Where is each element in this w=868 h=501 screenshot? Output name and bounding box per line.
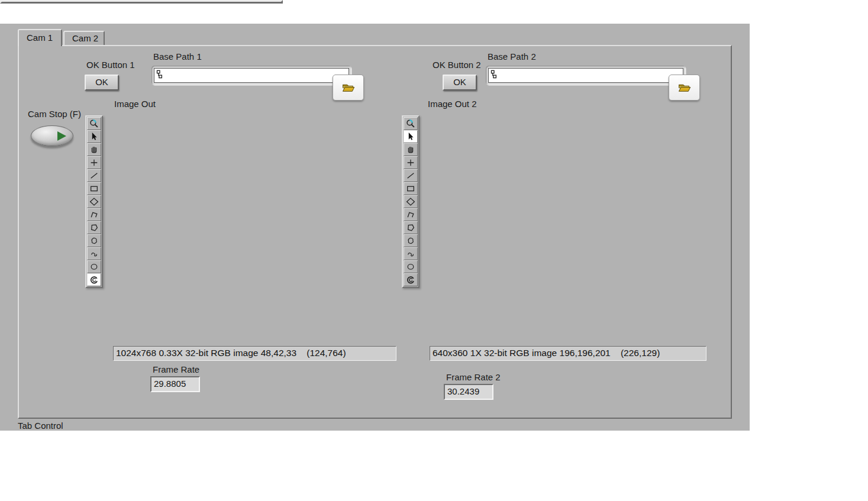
ok-button-2-text: OK bbox=[453, 77, 466, 87]
cam-stop-button[interactable] bbox=[31, 125, 73, 146]
rotated-rectangle-tool-icon bbox=[405, 197, 416, 206]
image-out-1-label: Image Out bbox=[114, 99, 156, 109]
palette1-annulus-tool[interactable] bbox=[87, 273, 101, 286]
palette1-freehand-region-tool[interactable] bbox=[87, 234, 101, 247]
path-type-icon bbox=[156, 69, 164, 83]
base-path-1-label: Base Path 1 bbox=[153, 51, 202, 62]
point-tool-icon bbox=[405, 158, 416, 167]
palette2-point-tool[interactable] bbox=[404, 156, 418, 169]
freehand-region-tool-icon bbox=[89, 236, 99, 245]
freehand-region-tool-icon bbox=[405, 236, 416, 245]
palette1-rotated-rectangle-tool[interactable] bbox=[87, 195, 101, 208]
palette2-line-tool[interactable] bbox=[404, 169, 418, 182]
tab-cam2[interactable]: Cam 2 bbox=[63, 31, 105, 46]
palette2-rectangle-tool[interactable] bbox=[404, 182, 418, 195]
ok-button-1-text: OK bbox=[95, 77, 108, 87]
tab-control-label: Tab Control bbox=[18, 421, 63, 431]
folder-icon bbox=[677, 82, 692, 93]
palette1-oval-tool[interactable] bbox=[87, 260, 101, 273]
annulus-tool-icon bbox=[405, 275, 416, 285]
palette2-cursor-tool[interactable] bbox=[404, 130, 418, 143]
frame-rate-1-label: Frame Rate bbox=[153, 364, 199, 374]
rectangle-tool-icon bbox=[89, 184, 99, 193]
freehand-line-tool-icon bbox=[405, 249, 416, 258]
path-type-icon bbox=[490, 69, 498, 83]
display1-status-bar: 1024x768 0.33X 32-bit RGB image 48,42,33… bbox=[113, 346, 396, 361]
tool-palette-2 bbox=[402, 115, 420, 288]
frame-rate-2-value: 30.2439 bbox=[444, 384, 493, 400]
tab-cam1[interactable]: Cam 1 bbox=[18, 29, 62, 46]
pan-tool-icon bbox=[405, 145, 416, 154]
palette1-point-tool[interactable] bbox=[87, 156, 101, 169]
ok-button-1-label: OK Button 1 bbox=[86, 60, 135, 70]
display2-status-bar: 640x360 1X 32-bit RGB image 196,196,201 … bbox=[430, 346, 706, 361]
palette1-polygon-tool[interactable] bbox=[87, 221, 101, 234]
tab-cam1-label: Cam 1 bbox=[27, 33, 53, 43]
palette1-cursor-tool[interactable] bbox=[87, 130, 101, 143]
cam-stop-label: Cam Stop (F) bbox=[28, 109, 81, 119]
pan-tool-icon bbox=[89, 145, 99, 154]
frame-rate-2-label: Frame Rate 2 bbox=[446, 372, 501, 382]
base-path-1-control bbox=[151, 66, 351, 85]
rectangle-tool-icon bbox=[405, 184, 416, 193]
browse-folder-button-1[interactable] bbox=[333, 75, 364, 101]
polyline-tool-icon bbox=[405, 210, 416, 219]
palette2-freehand-line-tool[interactable] bbox=[404, 247, 418, 260]
palette2-zoom-tool[interactable] bbox=[404, 117, 418, 130]
zoom-tool-icon bbox=[405, 119, 416, 128]
base-path-2-input[interactable] bbox=[488, 68, 683, 83]
labview-front-panel: Cam 1 Cam 2 OK Button 1 OK Base Path 1 C… bbox=[0, 0, 868, 501]
palette2-polyline-tool[interactable] bbox=[404, 208, 418, 221]
base-path-2-label: Base Path 2 bbox=[488, 51, 536, 62]
browse-folder-button-2[interactable] bbox=[669, 75, 700, 101]
palette2-freehand-region-tool[interactable] bbox=[404, 234, 418, 247]
cursor-tool-icon bbox=[89, 132, 99, 141]
base-path-1-input[interactable] bbox=[154, 68, 349, 83]
palette1-freehand-line-tool[interactable] bbox=[87, 247, 101, 260]
polyline-tool-icon bbox=[89, 210, 99, 219]
palette2-pan-tool[interactable] bbox=[404, 143, 418, 156]
image-out-2-label: Image Out 2 bbox=[428, 99, 477, 109]
polygon-tool-icon bbox=[405, 223, 416, 232]
freehand-line-tool-icon bbox=[89, 249, 99, 258]
tab-cam2-label: Cam 2 bbox=[72, 33, 98, 43]
line-tool-icon bbox=[89, 171, 99, 180]
palette1-rectangle-tool[interactable] bbox=[87, 182, 101, 195]
palette1-polyline-tool[interactable] bbox=[87, 208, 101, 221]
rotated-rectangle-tool-icon bbox=[89, 197, 99, 206]
ok-button-2[interactable]: OK bbox=[443, 75, 477, 90]
oval-tool-icon bbox=[405, 262, 416, 271]
ok-button-2-label: OK Button 2 bbox=[433, 60, 481, 70]
ok-button-1[interactable]: OK bbox=[85, 75, 119, 90]
annulus-tool-icon bbox=[89, 275, 99, 285]
tool-palette-1 bbox=[85, 115, 103, 288]
zoom-tool-icon bbox=[89, 119, 99, 128]
palette1-line-tool[interactable] bbox=[87, 169, 101, 182]
cam-stop-arrow-icon bbox=[57, 131, 66, 141]
palette2-rotated-rectangle-tool[interactable] bbox=[404, 195, 418, 208]
cursor-tool-icon bbox=[405, 132, 416, 141]
palette2-polygon-tool[interactable] bbox=[404, 221, 418, 234]
frame-rate-1-value: 29.8805 bbox=[150, 376, 200, 392]
line-tool-icon bbox=[405, 171, 416, 180]
palette2-oval-tool[interactable] bbox=[404, 260, 418, 273]
image-display-2: 249 660 bbox=[0, 0, 283, 4]
point-tool-icon bbox=[89, 158, 99, 167]
palette1-zoom-tool[interactable] bbox=[87, 117, 101, 130]
palette1-pan-tool[interactable] bbox=[87, 143, 101, 156]
oval-tool-icon bbox=[89, 262, 99, 271]
base-path-2-control bbox=[486, 66, 686, 85]
palette2-annulus-tool[interactable] bbox=[404, 273, 418, 286]
folder-icon bbox=[341, 82, 356, 93]
polygon-tool-icon bbox=[89, 223, 99, 232]
